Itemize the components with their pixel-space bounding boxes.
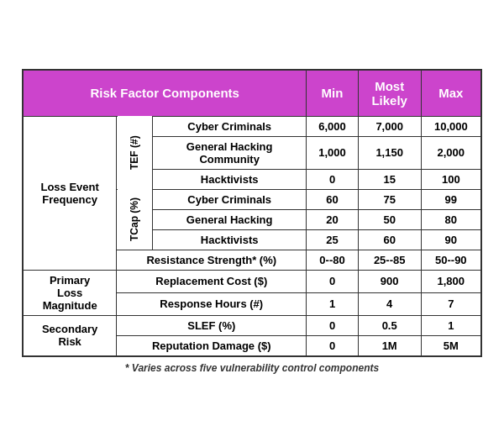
reputation-damage-label: Reputation Damage ($) [117,335,307,356]
resistance-min: 0--80 [307,250,358,270]
hacktivists-tef-min: 0 [307,169,358,189]
reputation-damage-max: 5M [421,335,481,356]
cyber-criminals-tcap-label: Cyber Criminals [153,189,307,209]
reputation-damage-likely: 1M [358,335,421,356]
replacement-cost-min: 0 [307,270,358,292]
general-hacking-tcap-max: 80 [421,209,481,229]
primary-loss-magnitude-label: PrimaryLossMagnitude [23,270,117,315]
header-most-likely: MostLikely [358,70,421,117]
header-risk-factor: Risk Factor Components [23,70,307,117]
general-hacking-tef-min: 1,000 [307,136,358,169]
response-hours-label: Response Hours (#) [117,292,307,315]
hacktivists-tef-max: 100 [421,169,481,189]
cyber-criminals-tef-label: Cyber Criminals [153,116,307,136]
replacement-cost-max: 1,800 [421,270,481,292]
cyber-criminals-tcap-min: 60 [307,189,358,209]
hacktivists-tcap-max: 90 [421,229,481,250]
replacement-cost-likely: 900 [358,270,421,292]
general-hacking-tef-max: 2,000 [421,136,481,169]
table-row: PrimaryLossMagnitude Replacement Cost ($… [23,270,481,292]
slef-label: SLEF (%) [117,315,307,335]
slef-max: 1 [421,315,481,335]
tcap-label: TCap (%) [117,189,153,250]
footnote: * Varies across five vulnerability contr… [22,362,482,374]
resistance-likely: 25--85 [358,250,421,270]
response-hours-max: 7 [421,292,481,315]
risk-table: Risk Factor Components Min MostLikely Ma… [22,69,482,357]
hacktivists-tcap-label: Hacktivists [153,229,307,250]
tef-label: TEF (#) [117,116,153,189]
slef-min: 0 [307,315,358,335]
general-hacking-tef-label: General HackingCommunity [153,136,307,169]
response-hours-likely: 4 [358,292,421,315]
table-row: SecondaryRisk SLEF (%) 0 0.5 1 [23,315,481,335]
slef-likely: 0.5 [358,315,421,335]
header-min: Min [307,70,358,117]
table-row: Loss EventFrequency TEF (#) Cyber Crimin… [23,116,481,136]
general-hacking-tcap-label: General Hacking [153,209,307,229]
hacktivists-tcap-min: 25 [307,229,358,250]
response-hours-min: 1 [307,292,358,315]
general-hacking-tcap-min: 20 [307,209,358,229]
replacement-cost-label: Replacement Cost ($) [117,270,307,292]
hacktivists-tef-likely: 15 [358,169,421,189]
main-container: Risk Factor Components Min MostLikely Ma… [8,55,496,387]
resistance-label: Resistance Strength* (%) [117,250,307,270]
reputation-damage-min: 0 [307,335,358,356]
general-hacking-tef-likely: 1,150 [358,136,421,169]
hacktivists-tcap-likely: 60 [358,229,421,250]
table-header-row: Risk Factor Components Min MostLikely Ma… [23,70,481,117]
cyber-criminals-tcap-likely: 75 [358,189,421,209]
cyber-criminals-tef-likely: 7,000 [358,116,421,136]
cyber-criminals-tcap-max: 99 [421,189,481,209]
general-hacking-tcap-likely: 50 [358,209,421,229]
cyber-criminals-tef-max: 10,000 [421,116,481,136]
header-max: Max [421,70,481,117]
cyber-criminals-tef-min: 6,000 [307,116,358,136]
secondary-risk-label: SecondaryRisk [23,315,117,356]
resistance-max: 50--90 [421,250,481,270]
hacktivists-tef-label: Hacktivists [153,169,307,189]
loss-event-frequency-label: Loss EventFrequency [23,116,117,270]
